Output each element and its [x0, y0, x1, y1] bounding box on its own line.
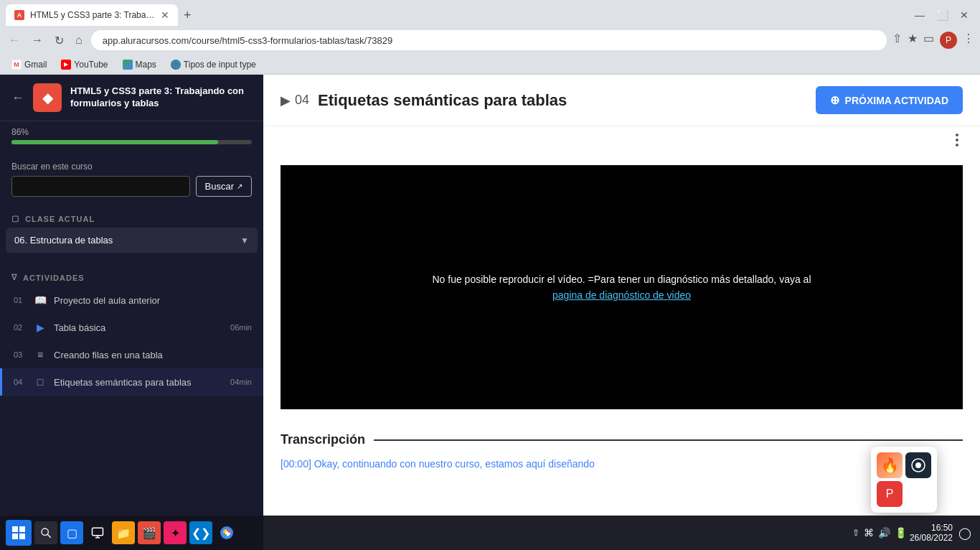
lesson-num: 04 [295, 93, 309, 108]
current-class-text: 06. Estructura de tablas [14, 235, 113, 246]
tray-arrow-icon[interactable]: ⇧ [852, 528, 859, 538]
video-player[interactable]: No fue posible reproducir el vídeo. =Par… [281, 165, 963, 409]
system-tray: ⇧ ⌘ 🔊 🔋 [852, 527, 907, 539]
clock-date: 26/08/2022 [910, 533, 953, 543]
forward-button[interactable]: → [29, 31, 46, 50]
search-button[interactable]: Buscar ↗ [196, 176, 252, 197]
tray-icon-red[interactable]: P [877, 481, 903, 507]
activity-item-04[interactable]: 04 □ Etiquetas semánticas para tablas 04… [0, 368, 263, 396]
progress-label: 86% [11, 127, 29, 137]
bookmarks-bar: M Gmail ▶ YouTube Maps 🌐 Tipos de input … [0, 55, 980, 75]
video-error-text: No fue posible reproducir el vídeo. =Par… [432, 274, 811, 285]
taskbar-icon-search[interactable] [34, 521, 57, 544]
tray-volume-icon[interactable]: 🔊 [878, 527, 890, 539]
dot2 [956, 139, 958, 141]
search-label: Buscar en este curso [11, 162, 252, 172]
tray-popup: 🔥 P [871, 447, 937, 513]
search-input[interactable] [11, 176, 190, 197]
notification-icon[interactable]: ◯ [956, 526, 974, 540]
activity-name-01: Proyecto del aula anterior [54, 295, 245, 306]
clock-time: 16:50 [910, 523, 953, 533]
bookmark-youtube-label: YouTube [74, 60, 108, 70]
back-button[interactable]: ← [6, 31, 23, 50]
bookmark-maps-label: Maps [136, 60, 156, 70]
sidebar-back-button[interactable]: ← [11, 90, 24, 106]
bookmark-tipos[interactable]: 🌐 Tipos de input type [165, 58, 262, 71]
dot3 [956, 144, 958, 146]
taskbar-icon-app1[interactable]: 🎬 [138, 521, 161, 544]
actividades-icon: ∇ [11, 273, 17, 282]
sidebar: ← ◆ HTML5 y CSS3 parte 3: Trabajando con… [0, 75, 263, 550]
taskbar-icon-files[interactable]: 📁 [112, 521, 135, 544]
svg-point-1 [915, 462, 921, 468]
clase-actual-label: ▢ CLASE ACTUAL [0, 205, 263, 228]
taskbar: ▢ 📁 🎬 ✦ ❮❯ ⇧ ⌘ 🔊 🔋 16:50 [0, 516, 980, 550]
search-btn-label: Buscar [205, 181, 234, 192]
activity-icon-list: ≡ [34, 348, 47, 361]
tray-icon-flame[interactable]: 🔥 [877, 452, 903, 478]
close-icon[interactable]: ✕ [960, 9, 969, 21]
lesson-title: Etiquetas semánticas para tablas [318, 91, 567, 110]
activity-item-02[interactable]: 02 ▶ Tabla básica 06min [0, 314, 263, 341]
activity-num-02: 02 [14, 323, 27, 332]
bookmark-tipos-label: Tipos de input type [184, 60, 256, 70]
reload-button[interactable]: ↻ [52, 31, 67, 50]
bookmark-maps[interactable]: Maps [117, 58, 162, 71]
taskbar-icon-vscode[interactable]: ❮❯ [189, 521, 212, 544]
home-button[interactable]: ⌂ [72, 31, 85, 50]
video-play-icon: ▶ [281, 93, 291, 108]
context-menu-button[interactable] [951, 129, 963, 151]
next-activity-button[interactable]: ⊕ PRÓXIMA ACTIVIDAD [816, 86, 963, 114]
new-tab-button[interactable]: + [178, 8, 197, 23]
bookmark-gmail-label: Gmail [24, 60, 47, 70]
progress-bar-bg [11, 140, 252, 144]
tray-icon-steam[interactable] [905, 452, 931, 478]
next-btn-icon: ⊕ [830, 93, 839, 107]
external-link-icon: ↗ [237, 182, 242, 190]
video-diagnostic-link[interactable]: pagina de diagnóstico de video [552, 289, 691, 301]
tab-close-button[interactable]: ✕ [161, 9, 169, 21]
minimize-icon[interactable]: — [915, 9, 925, 21]
activity-item-01[interactable]: 01 📖 Proyecto del aula anterior [0, 286, 263, 314]
current-class-item[interactable]: 06. Estructura de tablas ▼ [6, 228, 258, 253]
activity-icon-play: ▶ [34, 321, 47, 334]
activity-name-02: Tabla básica [54, 322, 223, 333]
taskbar-icon-widgets[interactable]: ▢ [60, 521, 83, 544]
bookmark-gmail[interactable]: M Gmail [6, 58, 52, 71]
activity-num-01: 01 [14, 296, 27, 304]
video-error-message: No fue posible reproducir el vídeo. =Par… [428, 271, 816, 304]
activity-name-03: Creando filas en una tabla [54, 350, 245, 360]
window-controls: — ⬜ ✕ [903, 9, 980, 21]
course-icon: ◆ [33, 83, 62, 112]
address-bar[interactable] [91, 30, 887, 50]
activity-num-04: 04 [14, 378, 27, 386]
bookmark-youtube[interactable]: ▶ YouTube [55, 58, 113, 71]
tray-battery-icon[interactable]: 🔋 [895, 527, 907, 539]
start-button[interactable] [6, 520, 32, 546]
profile-icon[interactable]: P [940, 32, 957, 49]
bookmark-icon[interactable]: ★ [908, 32, 918, 49]
next-btn-label: PRÓXIMA ACTIVIDAD [845, 95, 948, 106]
chevron-down-icon: ▼ [240, 236, 249, 246]
share-icon[interactable]: ⇧ [892, 32, 902, 49]
maximize-icon[interactable]: ⬜ [936, 9, 948, 21]
activity-duration-04: 04min [230, 378, 252, 386]
clase-actual-text: CLASE ACTUAL [25, 215, 95, 223]
menu-icon[interactable]: ⋮ [963, 32, 974, 49]
transcription-title: Transcripción [281, 432, 365, 447]
taskbar-icon-chrome[interactable] [215, 521, 238, 544]
activity-item-03[interactable]: 03 ≡ Creando filas en una tabla [0, 341, 263, 368]
activity-icon-square: □ [34, 376, 47, 388]
svg-rect-8 [93, 528, 103, 536]
taskbar-clock[interactable]: 16:50 26/08/2022 [910, 523, 953, 543]
tray-wifi-icon[interactable]: ⌘ [864, 527, 874, 539]
video-area: No fue posible reproducir el vídeo. =Par… [281, 165, 963, 409]
extensions-icon[interactable]: ▭ [923, 32, 934, 49]
svg-rect-3 [19, 526, 25, 532]
activities-list: 01 📖 Proyecto del aula anterior 02 ▶ Tab… [0, 286, 263, 401]
browser-tab-active[interactable]: A HTML5 y CSS3 parte 3: Trabajan... ✕ [6, 4, 178, 26]
taskbar-icon-app2[interactable]: ✦ [164, 521, 187, 544]
transcription-text: [00:00] Okay, continuando con nuestro cu… [281, 456, 963, 472]
taskbar-icon-monitor[interactable] [86, 521, 109, 544]
svg-line-7 [47, 534, 51, 538]
